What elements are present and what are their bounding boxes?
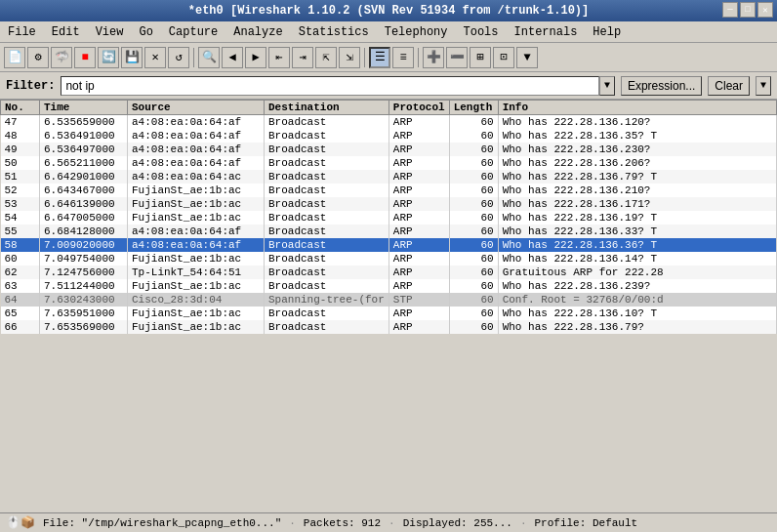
status-divider-1: · — [289, 517, 296, 529]
status-packets: Packets: 912 — [304, 517, 381, 529]
status-divider-3: · — [520, 517, 527, 529]
status-icon-file: 🖱️📦 — [6, 515, 35, 530]
table-row[interactable]: 536.646139000FujianSt_ae:1b:acBroadcastA… — [1, 197, 777, 211]
packet-list-button[interactable]: ☰ — [369, 47, 390, 68]
menu-analyze[interactable]: Analyze — [229, 24, 286, 40]
table-row[interactable]: 476.535659000a4:08:ea:0a:64:afBroadcastA… — [1, 115, 777, 130]
toolbar-separator-2 — [364, 48, 365, 67]
menu-bar: File Edit View Go Capture Analyze Statis… — [0, 21, 777, 43]
restart-button[interactable]: 🔄 — [98, 47, 119, 68]
col-header-destination[interactable]: Destination — [265, 101, 389, 115]
status-profile: Profile: Default — [535, 517, 638, 529]
col-header-info[interactable]: Info — [498, 101, 776, 115]
menu-capture[interactable]: Capture — [165, 24, 222, 40]
table-row[interactable]: 607.049754000FujianSt_ae:1b:acBroadcastA… — [1, 252, 777, 266]
table-header: No. Time Source Destination Protocol Len… — [1, 101, 777, 115]
first-button[interactable]: ⇱ — [315, 47, 337, 68]
menu-go[interactable]: Go — [135, 24, 156, 40]
col-header-time[interactable]: Time — [40, 101, 128, 115]
packet-detail-button[interactable]: ≡ — [392, 47, 414, 68]
menu-help[interactable]: Help — [589, 24, 625, 40]
col-header-protocol[interactable]: Protocol — [388, 101, 449, 115]
filter-input-wrap: ▼ — [61, 76, 615, 96]
menu-internals[interactable]: Internals — [511, 24, 582, 40]
table-row[interactable]: 667.653569000FujianSt_ae:1b:acBroadcastA… — [1, 320, 777, 334]
status-divider-2: · — [388, 517, 395, 529]
next-button[interactable]: ▶ — [245, 47, 266, 68]
filter-dropdown-button[interactable]: ▼ — [599, 76, 615, 96]
zoom-in-button[interactable]: ➕ — [423, 47, 444, 68]
prev-button[interactable]: ◀ — [222, 47, 243, 68]
packet-tbody: 476.535659000a4:08:ea:0a:64:afBroadcastA… — [1, 115, 777, 335]
prev-mark-button[interactable]: ⇤ — [268, 47, 290, 68]
table-row[interactable]: 506.565211000a4:08:ea:0a:64:afBroadcastA… — [1, 156, 777, 170]
next-mark-button[interactable]: ⇥ — [292, 47, 313, 68]
table-row[interactable]: 637.511244000FujianSt_ae:1b:acBroadcastA… — [1, 279, 777, 293]
packet-table: No. Time Source Destination Protocol Len… — [0, 100, 777, 334]
window-title: *eth0 [Wireshark 1.10.2 (SVN Rev 51934 f… — [188, 4, 589, 18]
title-bar: *eth0 [Wireshark 1.10.2 (SVN Rev 51934 f… — [0, 0, 777, 21]
col-header-length[interactable]: Length — [449, 101, 498, 115]
zoom-reset-button[interactable]: ⊞ — [470, 47, 491, 68]
menu-statistics[interactable]: Statistics — [295, 24, 373, 40]
main-content: No. Time Source Destination Protocol Len… — [0, 100, 777, 512]
status-file: File: "/tmp/wireshark_pcapng_eth0..." — [43, 517, 281, 529]
menu-view[interactable]: View — [92, 24, 128, 40]
filter-label: Filter: — [6, 79, 55, 93]
last-button[interactable]: ⇲ — [339, 47, 360, 68]
table-row[interactable]: 587.009020000a4:08:ea:0a:64:afBroadcastA… — [1, 238, 777, 252]
table-row[interactable]: 526.643467000FujianSt_ae:1b:acBroadcastA… — [1, 184, 777, 197]
col-header-no[interactable]: No. — [1, 101, 40, 115]
filter-options-button[interactable]: ▼ — [756, 76, 771, 96]
toolbar: 📄 ⚙ 🦈 ■ 🔄 💾 ✕ ↺ 🔍 ◀ ▶ ⇤ ⇥ ⇱ ⇲ ☰ ≡ ➕ ➖ ⊞ … — [0, 43, 777, 72]
table-row[interactable]: 486.536491000a4:08:ea:0a:64:afBroadcastA… — [1, 129, 777, 143]
table-row[interactable]: 556.684128000a4:08:ea:0a:64:afBroadcastA… — [1, 225, 777, 238]
minimize-button[interactable]: ─ — [722, 2, 738, 18]
close-button[interactable]: ✕ — [757, 2, 773, 18]
status-bar: 🖱️📦 File: "/tmp/wireshark_pcapng_eth0...… — [0, 512, 777, 532]
table-row[interactable]: 657.635951000FujianSt_ae:1b:acBroadcastA… — [1, 307, 777, 320]
expression-button[interactable]: Expression... — [621, 76, 702, 96]
zoom-out-button[interactable]: ➖ — [446, 47, 468, 68]
col-header-source[interactable]: Source — [128, 101, 265, 115]
toolbar-separator-3 — [418, 48, 419, 67]
close-capture-button[interactable]: ✕ — [144, 47, 166, 68]
table-row[interactable]: 546.647005000FujianSt_ae:1b:acBroadcastA… — [1, 211, 777, 225]
new-capture-button[interactable]: 📄 — [4, 47, 25, 68]
save-button[interactable]: 💾 — [121, 47, 143, 68]
shark-button[interactable]: 🦈 — [51, 47, 72, 68]
table-row[interactable]: 647.630243000Cisco_28:3d:04Spanning-tree… — [1, 293, 777, 307]
maximize-button[interactable]: □ — [740, 2, 756, 18]
filter-bar: Filter: ▼ Expression... Clear ▼ — [0, 72, 777, 100]
open-button[interactable]: ⚙ — [27, 47, 49, 68]
table-row[interactable]: 496.536497000a4:08:ea:0a:64:afBroadcastA… — [1, 143, 777, 156]
fullscreen-button[interactable]: ⊡ — [493, 47, 514, 68]
menu-telephony[interactable]: Telephony — [381, 24, 452, 40]
menu-file[interactable]: File — [4, 24, 40, 40]
stop-button[interactable]: ■ — [74, 47, 96, 68]
menu-edit[interactable]: Edit — [48, 24, 84, 40]
table-row[interactable]: 627.124756000Tp-LinkT_54:64:51BroadcastA… — [1, 266, 777, 279]
reload-button[interactable]: ↺ — [168, 47, 189, 68]
more-button[interactable]: ▼ — [516, 47, 538, 68]
find-button[interactable]: 🔍 — [198, 47, 220, 68]
clear-button[interactable]: Clear — [708, 76, 750, 96]
table-row[interactable]: 516.642901000a4:08:ea:0a:64:acBroadcastA… — [1, 170, 777, 184]
filter-input[interactable] — [61, 76, 599, 96]
menu-tools[interactable]: Tools — [460, 24, 503, 40]
toolbar-separator-1 — [193, 48, 194, 67]
status-displayed: Displayed: 255... — [403, 517, 512, 529]
table-scroll[interactable]: No. Time Source Destination Protocol Len… — [0, 100, 777, 412]
